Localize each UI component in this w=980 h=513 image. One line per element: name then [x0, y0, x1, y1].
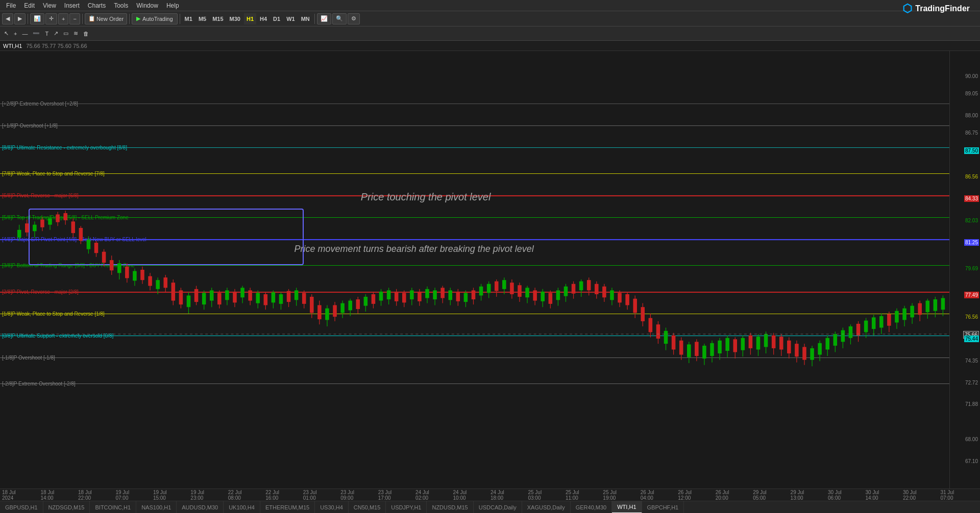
arrow-btn[interactable]: ↗ [52, 28, 60, 39]
svg-rect-54 [202, 293, 206, 304]
cursor-btn[interactable]: ↖ [2, 28, 11, 39]
delete-btn[interactable]: 🗑 [81, 28, 91, 39]
symbol-tab-nzdusd-m15[interactable]: NZDUSD,M15 [427, 501, 473, 514]
menu-view[interactable]: View [39, 1, 60, 10]
svg-rect-104 [395, 292, 399, 301]
symbol-tab-nas100-h1[interactable]: NAS100,H1 [136, 501, 177, 514]
svg-rect-166 [633, 299, 637, 313]
symbol-tab-gbpchf-h1[interactable]: GBPCHF,H1 [642, 501, 684, 514]
symbol-tab-usdjpy-h1[interactable]: USDJPY,H1 [386, 501, 427, 514]
symbol-tab-ethereum-m15[interactable]: ETHEREUM,M15 [260, 501, 315, 514]
symbol-tab-nzdsgd-m15[interactable]: NZDSGD,M15 [43, 501, 90, 514]
chart-main[interactable]: [+2/8]P Extreme Overshoot [+2/8] [+1/8]P… [0, 51, 949, 489]
svg-rect-116 [440, 288, 445, 298]
menu-help[interactable]: Help [162, 1, 183, 10]
sep2 [82, 14, 83, 24]
svg-rect-90 [340, 303, 345, 313]
svg-rect-18 [63, 213, 67, 220]
symbol-tab-bitcoinc-h1[interactable]: BITCOINC,H1 [90, 501, 136, 514]
svg-rect-138 [525, 288, 529, 297]
symbol-tab-wti-h1[interactable]: WTI,H1 [612, 501, 642, 514]
zoom-in-btn[interactable]: + [58, 13, 68, 24]
svg-rect-202 [772, 336, 776, 348]
text-btn[interactable]: T [43, 28, 51, 39]
svg-rect-238 [910, 306, 914, 318]
hline-btn[interactable]: ➖ [31, 28, 42, 39]
svg-rect-118 [448, 290, 452, 300]
rect-btn[interactable]: ▭ [61, 28, 70, 39]
tf-h1[interactable]: H1 [244, 13, 256, 24]
symbol-tab-cn50-m15[interactable]: CN50,M15 [349, 501, 386, 514]
svg-rect-148 [564, 287, 568, 296]
svg-rect-208 [795, 344, 799, 356]
time-label: 23 Jul 17:00 [378, 490, 397, 501]
auto-trading-btn[interactable]: ▶ AutoTrading [132, 13, 178, 24]
svg-rect-178 [679, 341, 683, 355]
svg-rect-106 [402, 293, 406, 302]
svg-rect-244 [934, 299, 938, 311]
time-label: 23 Jul 01:00 [303, 490, 322, 501]
fib-btn[interactable]: ≋ [71, 28, 80, 39]
menu-file[interactable]: File [2, 1, 20, 10]
back-btn[interactable]: ◀ [2, 13, 13, 24]
svg-rect-150 [572, 284, 576, 294]
symbol-tab-audusd-m30[interactable]: AUDUSD,M30 [177, 501, 224, 514]
svg-rect-122 [464, 293, 468, 302]
candlestick-chart [0, 51, 949, 489]
symbol-tab-xagusd-daily[interactable]: XAGUSD,Daily [522, 501, 571, 514]
svg-rect-210 [802, 347, 806, 360]
chart-type-btn[interactable]: 📊 [30, 13, 44, 24]
svg-rect-28 [102, 252, 106, 263]
symbol-tab-gbpusd-h1[interactable]: GBPUSD,H1 [0, 501, 43, 514]
indicators-btn[interactable]: 📈 [317, 13, 331, 24]
tf-w1[interactable]: W1 [284, 13, 298, 24]
menu-insert[interactable]: Insert [60, 1, 84, 10]
svg-rect-128 [487, 284, 491, 293]
symbol-tab-usdcad-daily[interactable]: USDCAD,Daily [474, 501, 522, 514]
tf-m15[interactable]: M15 [210, 13, 226, 24]
crosshair-btn[interactable]: ✛ [45, 13, 57, 24]
time-label: 23 Jul 09:00 [340, 490, 359, 501]
menu-charts[interactable]: Charts [84, 1, 110, 10]
svg-rect-184 [702, 346, 706, 358]
svg-rect-60 [225, 290, 229, 300]
svg-rect-42 [156, 280, 160, 289]
tf-m1[interactable]: M1 [182, 13, 195, 24]
svg-rect-190 [725, 338, 729, 351]
symbol-tab-uk100-h4[interactable]: UK100,H4 [224, 501, 260, 514]
svg-rect-170 [649, 318, 653, 332]
tf-m30[interactable]: M30 [227, 13, 243, 24]
svg-rect-192 [733, 339, 737, 352]
svg-rect-172 [656, 324, 660, 339]
tf-mn[interactable]: MN [299, 13, 312, 24]
time-label: 19 Jul 23:00 [190, 490, 209, 501]
menu-edit[interactable]: Edit [20, 1, 39, 10]
settings-btn[interactable]: ⚙ [348, 13, 360, 24]
sep4 [180, 14, 180, 24]
svg-rect-68 [256, 293, 260, 303]
zoom-out-btn[interactable]: − [69, 13, 80, 24]
tf-h4[interactable]: H4 [257, 13, 270, 24]
svg-rect-182 [695, 342, 699, 356]
zoom-btn[interactable]: 🔍 [332, 13, 347, 24]
menu-tools[interactable]: Tools [110, 1, 132, 10]
chart-values: 75.66 75.77 75.60 75.66 [26, 43, 87, 49]
svg-rect-146 [556, 290, 560, 300]
symbol-tab-us30-h4[interactable]: US30,H4 [315, 501, 349, 514]
svg-rect-58 [217, 293, 222, 304]
chart-symbol: WTI,H1 [3, 43, 22, 49]
svg-rect-12 [40, 220, 44, 227]
time-label: 25 Jul 03:00 [528, 490, 547, 501]
svg-rect-92 [348, 301, 352, 311]
svg-rect-218 [834, 334, 838, 346]
forward-btn[interactable]: ▶ [14, 13, 26, 24]
crosshair2-btn[interactable]: + [12, 28, 19, 39]
tf-d1[interactable]: D1 [271, 13, 283, 24]
time-label: 19 Jul 15:00 [153, 490, 172, 501]
menu-window[interactable]: Window [132, 1, 162, 10]
line-btn[interactable]: — [20, 28, 30, 39]
tf-m5[interactable]: M5 [196, 13, 209, 24]
svg-rect-30 [110, 260, 114, 270]
symbol-tab-ger40-m30[interactable]: GER40,M30 [571, 501, 612, 514]
new-order-btn[interactable]: 📋 New Order [85, 13, 127, 24]
